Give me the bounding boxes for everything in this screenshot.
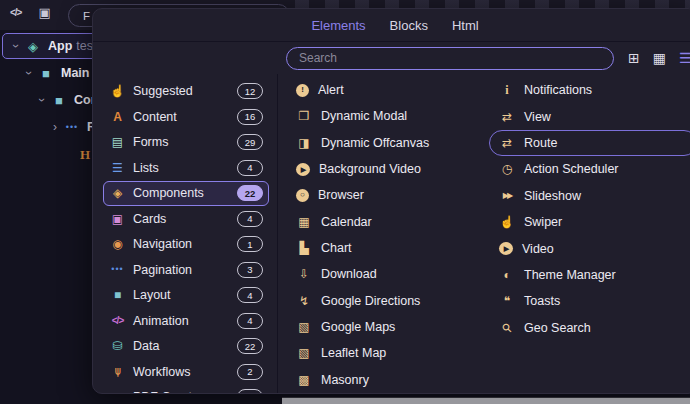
directions-icon: ↯ bbox=[296, 295, 312, 307]
thumb-icon: ☝ bbox=[109, 85, 126, 97]
elements-picker-modal: ElementsBlocksHtml ⊞▦☰ ☝Suggested12ACont… bbox=[92, 8, 690, 394]
tab-elements[interactable]: Elements bbox=[311, 18, 365, 33]
square-icon: ■ bbox=[49, 94, 69, 107]
component-item-video[interactable]: ▶Video bbox=[489, 235, 690, 261]
category-item-workflows[interactable]: ⋔Workflows2 bbox=[103, 360, 269, 385]
component-item-dynamic-offcanvas[interactable]: ◨Dynamic Offcanvas bbox=[286, 130, 489, 156]
component-item-leaflet-map[interactable]: ▧Leaflet Map bbox=[286, 340, 489, 366]
modal-body: ☝Suggested12AContent16▤Forms29☰Lists4◈Co… bbox=[93, 74, 690, 393]
masonry-icon: ▩ bbox=[296, 374, 312, 386]
chart-icon: ▙ bbox=[296, 242, 312, 254]
category-item-lists[interactable]: ☰Lists4 bbox=[103, 156, 269, 181]
chevron-right-icon[interactable]: › bbox=[48, 121, 62, 133]
component-label: Toasts bbox=[524, 294, 560, 308]
dots-icon: ••• bbox=[109, 265, 126, 274]
component-label: Calendar bbox=[321, 215, 372, 229]
grid-3x3-icon[interactable]: ▦ bbox=[653, 51, 666, 65]
component-item-notifications[interactable]: iNotifications bbox=[489, 77, 690, 103]
card-icon: ▣ bbox=[109, 213, 126, 225]
component-item-view[interactable]: ⇄View bbox=[489, 103, 690, 129]
component-item-dynamic-modal[interactable]: ❐Dynamic Modal bbox=[286, 103, 489, 129]
database-icon: ⛁ bbox=[109, 340, 126, 352]
chevron-down-icon[interactable]: › bbox=[23, 66, 35, 80]
category-label: Suggested bbox=[133, 84, 237, 98]
category-label: Animation bbox=[133, 314, 237, 328]
category-item-components[interactable]: ◈Components22 bbox=[103, 181, 269, 206]
category-item-pagination[interactable]: •••Pagination3 bbox=[103, 258, 269, 283]
boxes-icon[interactable]: ▣ bbox=[38, 6, 50, 19]
category-label: Components bbox=[133, 186, 237, 200]
category-item-layout[interactable]: ■Layout4 bbox=[103, 283, 269, 308]
component-item-download[interactable]: ⇩Download bbox=[286, 261, 489, 287]
count-badge: 1 bbox=[237, 236, 263, 252]
animation-icon: </> bbox=[109, 316, 126, 326]
component-item-route[interactable]: ⇄Route bbox=[489, 130, 690, 156]
component-label: Route bbox=[524, 136, 557, 150]
workflow-icon: ⋔ bbox=[109, 366, 126, 378]
category-label: Pagination bbox=[133, 263, 237, 277]
chevron-down-icon[interactable]: › bbox=[36, 93, 48, 107]
component-item-alert[interactable]: !Alert bbox=[286, 77, 489, 103]
component-item-calendar[interactable]: ▦Calendar bbox=[286, 209, 489, 235]
component-item-slideshow[interactable]: ▶▶Slideshow bbox=[489, 183, 690, 209]
count-badge: 1 bbox=[237, 389, 263, 394]
component-label: Action Scheduler bbox=[524, 162, 619, 176]
category-panel: ☝Suggested12AContent16▤Forms29☰Lists4◈Co… bbox=[93, 74, 278, 393]
map-icon: ▧ bbox=[296, 347, 312, 359]
theme-icon: ◐ bbox=[499, 269, 515, 281]
component-item-geo-search[interactable]: ⚲Geo Search bbox=[489, 315, 690, 341]
component-label: Geo Search bbox=[524, 321, 591, 335]
square-icon: ■ bbox=[36, 67, 56, 80]
category-item-animation[interactable]: </>Animation4 bbox=[103, 309, 269, 334]
component-label: Video bbox=[522, 242, 554, 256]
component-label: Alert bbox=[318, 83, 344, 97]
horizontal-scrollbar[interactable] bbox=[282, 397, 690, 404]
component-item-masonry[interactable]: ▩Masonry bbox=[286, 367, 489, 393]
search-input[interactable] bbox=[287, 51, 613, 65]
component-item-toasts[interactable]: ❝Toasts bbox=[489, 288, 690, 314]
count-badge: 22 bbox=[237, 338, 263, 354]
cube-icon: ◈ bbox=[109, 187, 126, 199]
category-label: Data bbox=[133, 339, 237, 353]
component-item-theme-manager[interactable]: ◐Theme Manager bbox=[489, 262, 690, 288]
tab-blocks[interactable]: Blocks bbox=[390, 18, 428, 33]
list-icon: ☰ bbox=[109, 162, 126, 174]
tab-html[interactable]: Html bbox=[452, 18, 479, 33]
component-item-swiper[interactable]: ☝Swiper bbox=[489, 209, 690, 235]
grid-2x2-icon[interactable]: ⊞ bbox=[628, 51, 640, 65]
component-label: Download bbox=[321, 267, 377, 281]
category-item-cards[interactable]: ▣Cards4 bbox=[103, 207, 269, 232]
play-disc-icon: ▶ bbox=[499, 242, 513, 255]
category-item-suggested[interactable]: ☝Suggested12 bbox=[103, 79, 269, 104]
component-label: Chart bbox=[321, 241, 352, 255]
component-item-browser[interactable]: ○Browser bbox=[286, 182, 489, 208]
file-icon: ▤ bbox=[109, 136, 126, 148]
shuffle-icon: ⇄ bbox=[499, 111, 515, 123]
pdf-icon: ▤ bbox=[109, 391, 126, 394]
chevron-down-icon[interactable]: › bbox=[10, 39, 22, 53]
category-item-content[interactable]: AContent16 bbox=[103, 105, 269, 130]
offcanvas-icon: ◨ bbox=[296, 137, 312, 149]
category-item-forms[interactable]: ▤Forms29 bbox=[103, 130, 269, 155]
category-item-data[interactable]: ⛁Data22 bbox=[103, 334, 269, 359]
component-item-background-video[interactable]: ▶Background Video bbox=[286, 156, 489, 182]
component-label: Notifications bbox=[524, 83, 592, 97]
count-badge: 22 bbox=[237, 185, 263, 201]
category-label: Cards bbox=[133, 212, 237, 226]
components-list: !Alert❐Dynamic Modal◨Dynamic Offcanvas▶B… bbox=[278, 74, 690, 393]
component-item-action-scheduler[interactable]: ◷Action Scheduler bbox=[489, 156, 690, 182]
search-pill bbox=[286, 47, 614, 70]
toolbar-icon-fragments bbox=[295, 0, 690, 8]
info-icon: i bbox=[499, 84, 515, 96]
geo-search-icon: ⚲ bbox=[497, 318, 517, 338]
component-item-google-directions[interactable]: ↯Google Directions bbox=[286, 288, 489, 314]
count-badge: 12 bbox=[237, 83, 263, 99]
play-disc-icon: ▶ bbox=[296, 163, 310, 176]
category-item-navigation[interactable]: ◉Navigation1 bbox=[103, 232, 269, 257]
component-item-chart[interactable]: ▙Chart bbox=[286, 235, 489, 261]
category-item-pdf-creator[interactable]: ▤PDF Creator1 bbox=[103, 385, 269, 394]
code-icon[interactable]: </> bbox=[10, 8, 21, 18]
list-view-icon[interactable]: ☰ bbox=[679, 51, 690, 65]
alert-icon: ! bbox=[296, 84, 309, 97]
component-item-google-maps[interactable]: ▧Google Maps bbox=[286, 314, 489, 340]
